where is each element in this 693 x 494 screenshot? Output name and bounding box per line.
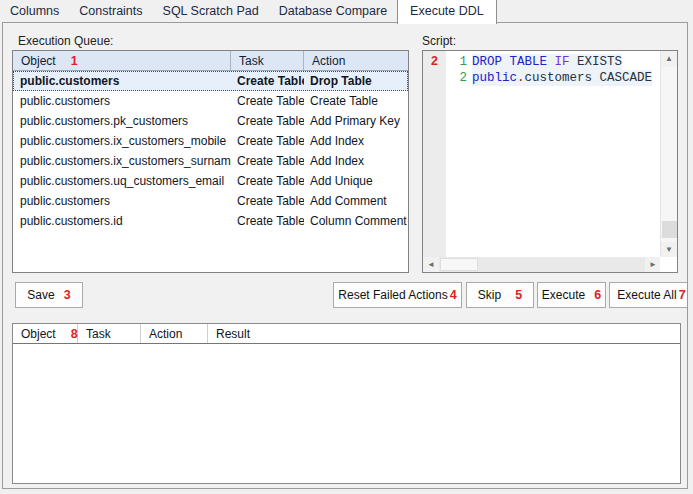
cell-action: Add Unique — [304, 171, 408, 191]
table-row[interactable]: public.customers Create Table Drop Table — [13, 71, 408, 91]
cell-object: public.customers.uq_customers_email — [13, 171, 231, 191]
cell-task: Create Table — [231, 151, 304, 171]
cell-task: Create Table — [231, 211, 304, 231]
line-number: 1 — [446, 54, 467, 70]
code-token: public — [472, 71, 517, 85]
execute-button[interactable]: Execute6 — [537, 282, 606, 308]
annotation-1: 1 — [71, 54, 78, 68]
table-row[interactable]: public.customers.pk_customers Create Tab… — [13, 111, 408, 131]
result-column-header-object-label: Object — [21, 327, 56, 341]
execution-queue-table: Object1 Task Action public.customers Cre… — [12, 50, 409, 273]
cell-object: public.customers.pk_customers — [13, 111, 231, 131]
annotation-4: 4 — [450, 289, 457, 302]
reset-failed-actions-button-label: Reset Failed Actions — [338, 288, 447, 302]
skip-button[interactable]: Skip5 — [466, 282, 534, 308]
execute-button-label: Execute — [542, 288, 585, 302]
tab-columns[interactable]: Columns — [0, 0, 69, 23]
save-button-label: Save — [27, 288, 54, 302]
annotation-6: 6 — [594, 289, 601, 302]
annotation-8: 8 — [71, 327, 78, 341]
execute-all-button[interactable]: Execute All7 — [609, 282, 688, 308]
cell-object: public.customers.id — [13, 211, 231, 231]
execute-all-button-label: Execute All — [617, 288, 676, 302]
horizontal-scrollbar[interactable]: ◄ ► — [423, 257, 661, 272]
tab-sql-scratch-pad[interactable]: SQL Scratch Pad — [153, 0, 269, 23]
cell-action: Add Index — [304, 151, 408, 171]
result-column-header-object[interactable]: Object8 — [13, 324, 78, 343]
vertical-scrollbar-thumb[interactable] — [662, 221, 677, 238]
table-row[interactable]: public.customers.ix_customers_surname Cr… — [13, 151, 408, 171]
result-column-header-task[interactable]: Task — [78, 324, 141, 343]
tab-constraints[interactable]: Constraints — [69, 0, 152, 23]
code-token: EXISTS — [577, 55, 622, 69]
cell-action: Create Table — [304, 91, 408, 111]
cell-task: Create Table — [231, 171, 304, 191]
code-token: customers — [525, 71, 593, 85]
script-label: Script: — [422, 34, 456, 48]
cell-task: Create Table — [231, 191, 304, 211]
tab-bar: Columns Constraints SQL Scratch Pad Data… — [0, 0, 693, 23]
editor-gutter: 2 — [423, 51, 446, 258]
cell-task: Create Table — [231, 91, 304, 111]
code-token: CASCADE — [592, 71, 652, 85]
scroll-down-icon[interactable]: ▼ — [661, 242, 677, 258]
execution-queue-header: Object1 Task Action — [13, 51, 408, 71]
execute-ddl-page: Execution Queue: Object1 Task Action pub… — [2, 22, 688, 489]
scroll-right-icon[interactable]: ► — [645, 257, 661, 272]
table-row[interactable]: public.customers.ix_customers_mobile Cre… — [13, 131, 408, 151]
annotation-3: 3 — [64, 289, 71, 302]
cell-task: Create Table — [231, 111, 304, 131]
result-column-header-action[interactable]: Action — [141, 324, 208, 343]
code-token: . — [517, 71, 525, 85]
skip-button-label: Skip — [478, 288, 501, 302]
cell-task: Create Table — [231, 71, 304, 91]
column-header-action[interactable]: Action — [304, 51, 408, 70]
vertical-scrollbar[interactable]: ▲ ▼ — [660, 51, 677, 259]
line-number: 2 — [446, 70, 467, 86]
results-table-header: Object8 Task Action Result — [13, 324, 680, 344]
execution-queue-label: Execution Queue: — [18, 34, 113, 48]
table-row[interactable]: public.customers Create Table Create Tab… — [13, 91, 408, 111]
reset-failed-actions-button[interactable]: Reset Failed Actions4 — [333, 282, 462, 308]
scroll-left-icon[interactable]: ◄ — [423, 257, 439, 272]
cell-action: Add Index — [304, 131, 408, 151]
cell-task: Create Table — [231, 131, 304, 151]
horizontal-scrollbar-thumb[interactable] — [440, 258, 478, 271]
cell-action: Column Comment — [304, 211, 408, 231]
cell-object: public.customers.ix_customers_surname — [13, 151, 231, 171]
column-header-object[interactable]: Object1 — [13, 51, 231, 70]
code-line-1: 1DROP TABLE IF EXISTS — [446, 54, 660, 70]
tab-database-compare[interactable]: Database Compare — [269, 0, 397, 23]
code-line-2: 2public.customers CASCADE — [446, 70, 660, 86]
script-editor[interactable]: 2 1DROP TABLE IF EXISTS 2public.customer… — [422, 50, 678, 273]
annotation-2: 2 — [431, 55, 438, 68]
scrollbar-corner — [660, 257, 677, 272]
code-token: IF — [555, 55, 578, 69]
table-row[interactable]: public.customers Create Table Add Commen… — [13, 191, 408, 211]
code-token: DROP — [472, 55, 510, 69]
column-header-task[interactable]: Task — [231, 51, 304, 70]
code-area[interactable]: 1DROP TABLE IF EXISTS 2public.customers … — [446, 54, 660, 86]
code-token: TABLE — [510, 55, 555, 69]
cell-object: public.customers — [13, 91, 231, 111]
annotation-5: 5 — [515, 289, 522, 302]
annotation-7: 7 — [679, 289, 686, 302]
results-table: Object8 Task Action Result — [12, 323, 681, 484]
scroll-up-icon[interactable]: ▲ — [661, 51, 677, 67]
cell-object: public.customers — [13, 71, 231, 91]
table-row[interactable]: public.customers.id Create Table Column … — [13, 211, 408, 231]
cell-action: Add Primary Key — [304, 111, 408, 131]
cell-object: public.customers — [13, 191, 231, 211]
save-button[interactable]: Save3 — [15, 282, 83, 308]
cell-object: public.customers.ix_customers_mobile — [13, 131, 231, 151]
cell-action: Drop Table — [304, 71, 408, 91]
result-column-header-result[interactable]: Result — [208, 324, 680, 343]
cell-action: Add Comment — [304, 191, 408, 211]
column-header-object-label: Object — [21, 54, 56, 68]
table-row[interactable]: public.customers.uq_customers_email Crea… — [13, 171, 408, 191]
tab-execute-ddl[interactable]: Execute DDL — [397, 0, 497, 24]
